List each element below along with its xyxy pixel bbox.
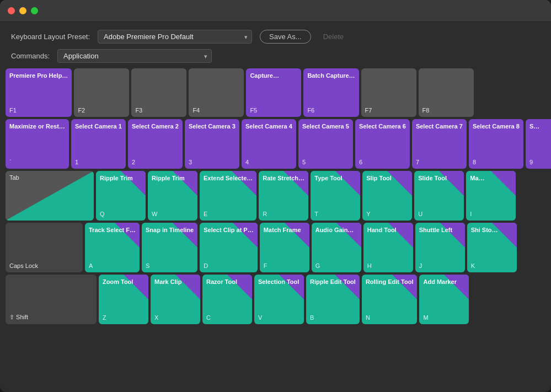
key-f2[interactable]: F2 — [74, 68, 129, 117]
key-n[interactable]: Rolling Edit Tool N — [362, 275, 418, 324]
key-shift[interactable]: ⇧ Shift — [6, 275, 97, 324]
key-j[interactable]: Shuttle Left J — [415, 223, 465, 272]
key-k[interactable]: Shi Sto… K — [467, 223, 517, 272]
key-3[interactable]: Select Camera 3 3 — [185, 119, 239, 169]
key-m[interactable]: Add Marker M — [419, 275, 469, 324]
key-5[interactable]: Select Camera 5 5 — [298, 119, 353, 169]
qwerty-row: Tab Ripple Trim Q Ripple Trim W Extend S… — [6, 171, 545, 221]
key-f6[interactable]: Batch Capture… F6 — [303, 68, 359, 117]
key-7[interactable]: Select Camera 7 7 — [412, 119, 467, 169]
key-6[interactable]: Select Camera 6 6 — [355, 119, 410, 169]
commands-select[interactable]: Application — [57, 49, 212, 63]
zxcv-row: ⇧ Shift Zoom Tool Z Mark Clip X Razor To… — [6, 275, 545, 324]
key-4[interactable]: Select Camera 4 4 — [242, 119, 296, 169]
key-w[interactable]: Ripple Trim W — [148, 171, 197, 221]
key-s[interactable]: Snap in Timeline S — [142, 223, 197, 272]
key-r[interactable]: Rate Stretch… R — [259, 171, 308, 221]
key-a[interactable]: Track Select F… A — [85, 223, 140, 272]
keyboard-area: Premiere Pro Help… F1 F2 F3 F4 Capture… … — [0, 68, 551, 326]
fn-row: Premiere Pro Help… F1 F2 F3 F4 Capture… … — [6, 68, 545, 117]
top-bar: Keyboard Layout Preset: Adobe Premiere P… — [0, 22, 551, 68]
key-backtick[interactable]: Maximize or Rest… ` — [6, 119, 69, 169]
key-i[interactable]: Ma… I — [466, 171, 516, 221]
key-caps-lock[interactable]: Caps Lock — [6, 223, 83, 272]
key-f3[interactable]: F3 — [131, 68, 186, 117]
preset-select[interactable]: Adobe Premiere Pro Default — [98, 30, 252, 44]
key-g[interactable]: Audio Gain… G — [312, 223, 361, 272]
asdf-row: Caps Lock Track Select F… A Snap in Time… — [6, 223, 545, 272]
key-2[interactable]: Select Camera 2 2 — [128, 119, 183, 169]
key-f1[interactable]: Premiere Pro Help… F1 — [6, 68, 72, 117]
key-y[interactable]: Slip Tool Y — [362, 171, 412, 221]
preset-row: Keyboard Layout Preset: Adobe Premiere P… — [11, 30, 540, 44]
key-e[interactable]: Extend Selecte… E — [200, 171, 256, 221]
key-b[interactable]: Ripple Edit Tool B — [306, 275, 360, 324]
key-f5[interactable]: Capture… F5 — [246, 68, 301, 117]
key-c[interactable]: Razor Tool C — [202, 275, 252, 324]
preset-label: Keyboard Layout Preset: — [11, 33, 90, 41]
commands-label: Commands: — [11, 52, 50, 60]
key-f4[interactable]: F4 — [189, 68, 244, 117]
preset-select-wrapper: Adobe Premiere Pro Default — [98, 30, 252, 44]
minimize-button[interactable] — [19, 7, 26, 14]
key-x[interactable]: Mark Clip X — [151, 275, 200, 324]
key-v[interactable]: Selection Tool V — [254, 275, 304, 324]
key-1[interactable]: Select Camera 1 1 — [71, 119, 126, 169]
key-f[interactable]: Match Frame F — [260, 223, 309, 272]
key-u[interactable]: Slide Tool U — [414, 171, 464, 221]
key-8[interactable]: Select Camera 8 8 — [469, 119, 523, 169]
key-q[interactable]: Ripple Trim Q — [96, 171, 146, 221]
save-as-button[interactable]: Save As... — [260, 30, 311, 44]
key-f8[interactable]: F8 — [419, 68, 474, 117]
key-z[interactable]: Zoom Tool Z — [99, 275, 148, 324]
maximize-button[interactable] — [31, 7, 38, 14]
commands-select-wrapper: Application — [57, 49, 212, 63]
key-9[interactable]: S… 9 — [526, 119, 551, 169]
key-f7[interactable]: F7 — [361, 68, 416, 117]
close-button[interactable] — [8, 7, 15, 14]
key-tab[interactable]: Tab — [6, 171, 94, 221]
key-h[interactable]: Hand Tool H — [363, 223, 413, 272]
key-t[interactable]: Type Tool T — [311, 171, 360, 221]
main-window: Keyboard Layout Preset: Adobe Premiere P… — [0, 0, 551, 392]
commands-row: Commands: Application — [11, 49, 540, 63]
delete-button[interactable]: Delete — [319, 30, 349, 43]
title-bar — [0, 0, 551, 22]
num-row: Maximize or Rest… ` Select Camera 1 1 Se… — [6, 119, 545, 169]
key-d[interactable]: Select Clip at P… D — [200, 223, 257, 272]
